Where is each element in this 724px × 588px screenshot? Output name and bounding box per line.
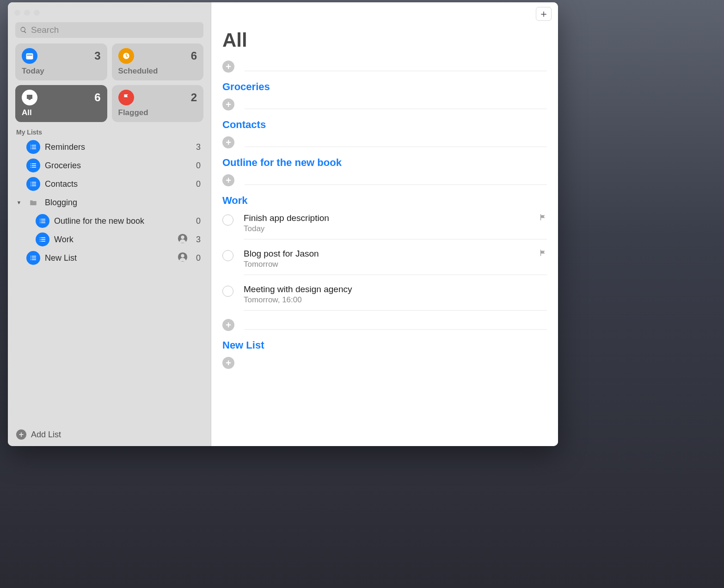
minimize-window-button[interactable]: [24, 10, 30, 16]
main-pane: ＋ All Groceries Contacts Outline for the…: [211, 2, 558, 446]
sidebar-item-label: Outline for the new book: [54, 216, 188, 226]
section-heading-contacts[interactable]: Contacts: [222, 113, 547, 133]
svg-rect-1: [27, 55, 32, 56]
smartlist-today[interactable]: 3 Today: [15, 43, 107, 80]
add-list-label: Add List: [31, 430, 61, 440]
add-reminder-icon[interactable]: [222, 61, 234, 73]
search-icon: [20, 26, 27, 34]
task-subtitle: Tomorrow, 16:00: [244, 295, 547, 305]
section-heading-groceries[interactable]: Groceries: [222, 75, 547, 95]
task-title: Finish app description: [244, 213, 539, 223]
sidebar-item-groceries[interactable]: Groceries 0: [8, 156, 203, 175]
add-list-button[interactable]: Add List: [8, 425, 211, 446]
smartlist-flagged-label: Flagged: [118, 108, 197, 117]
folder-icon: [26, 196, 40, 209]
new-reminder-button[interactable]: ＋: [536, 7, 552, 21]
smartlist-all-count: 6: [94, 91, 100, 104]
disclosure-triangle-icon[interactable]: ▼: [16, 200, 22, 205]
add-reminder-icon[interactable]: [222, 174, 234, 186]
list-icon: [36, 233, 49, 246]
sidebar-item-new-list[interactable]: New List 0: [8, 249, 203, 267]
task-row[interactable]: Finish app description Today: [222, 208, 547, 244]
reminders-window: 3 Today 6 Scheduled 6: [8, 2, 558, 446]
task-row[interactable]: Meeting with design agency Tomorrow, 16:…: [222, 280, 547, 315]
task-subtitle: Today: [244, 224, 539, 233]
smartlist-scheduled-count: 6: [191, 49, 197, 62]
task-title: Meeting with design agency: [244, 284, 547, 294]
sidebar-item-label: Blogging: [45, 198, 188, 208]
shared-person-icon: [178, 252, 188, 264]
sidebar-item-count: 0: [192, 179, 203, 189]
calendar-icon: [22, 48, 37, 64]
sidebar-item-label: New List: [45, 253, 173, 263]
task-row[interactable]: Blog post for Jason Tomorrow: [222, 244, 547, 280]
task-title: Blog post for Jason: [244, 249, 539, 259]
page-title: All: [211, 21, 558, 57]
inbox-icon: [22, 90, 37, 105]
add-reminder-icon[interactable]: [222, 136, 234, 148]
sidebar-item-label: Work: [54, 235, 173, 245]
smartlist-all-label: All: [22, 108, 101, 117]
add-reminder-icon[interactable]: [222, 319, 234, 331]
task-checkbox[interactable]: [222, 286, 233, 297]
smartlist-scheduled-label: Scheduled: [118, 67, 197, 76]
sidebar-item-count: 0: [192, 253, 203, 263]
flag-icon: [118, 90, 134, 105]
sidebar-folder-blogging[interactable]: ▼ Blogging: [8, 193, 203, 212]
sidebar-item-count: 0: [192, 216, 203, 226]
flag-icon: [539, 213, 547, 223]
search-field[interactable]: [15, 22, 203, 38]
smartlist-flagged[interactable]: 2 Flagged: [112, 85, 204, 122]
window-controls: [8, 2, 211, 19]
svg-rect-0: [26, 53, 33, 59]
plus-circle-icon: [16, 429, 26, 440]
sidebar-lists: Reminders 3 Groceries 0 Contacts 0 ▼ Blo…: [8, 138, 211, 425]
zoom-window-button[interactable]: [34, 10, 40, 16]
task-checkbox[interactable]: [222, 250, 233, 261]
svg-point-4: [181, 235, 184, 239]
shared-person-icon: [178, 233, 188, 246]
section-heading-new-list[interactable]: New List: [222, 334, 547, 353]
section-heading-outline[interactable]: Outline for the new book: [222, 151, 547, 171]
list-icon: [26, 251, 40, 265]
sidebar-item-contacts[interactable]: Contacts 0: [8, 175, 203, 193]
sidebar-item-count: 3: [192, 235, 203, 245]
smartlist-scheduled[interactable]: 6 Scheduled: [112, 43, 204, 80]
list-icon: [26, 159, 40, 172]
add-reminder-icon[interactable]: [222, 357, 234, 369]
task-subtitle: Tomorrow: [244, 260, 539, 269]
list-icon: [36, 214, 49, 228]
add-reminder-icon[interactable]: [222, 98, 234, 110]
task-checkbox[interactable]: [222, 214, 233, 226]
smartlist-flagged-count: 2: [191, 91, 197, 104]
list-icon: [26, 177, 40, 191]
sidebar-item-outline[interactable]: Outline for the new book 0: [8, 212, 203, 230]
svg-point-6: [181, 254, 184, 257]
close-window-button[interactable]: [14, 10, 20, 16]
my-lists-header: My Lists: [8, 128, 211, 138]
sidebar-item-label: Contacts: [45, 179, 188, 189]
smartlist-all[interactable]: 6 All: [15, 85, 107, 122]
sidebar-item-count: 3: [192, 142, 203, 152]
sidebar-item-work[interactable]: Work 3: [8, 230, 203, 249]
clock-icon: [118, 48, 134, 64]
section-heading-work[interactable]: Work: [222, 189, 547, 208]
search-input[interactable]: [31, 25, 199, 35]
sidebar-item-label: Groceries: [45, 161, 188, 171]
smartlist-today-count: 3: [94, 49, 100, 62]
sidebar-item-reminders[interactable]: Reminders 3: [8, 138, 203, 156]
sidebar: 3 Today 6 Scheduled 6: [8, 2, 211, 446]
list-icon: [26, 140, 40, 154]
flag-icon: [539, 249, 547, 259]
sidebar-item-label: Reminders: [45, 142, 188, 152]
smartlist-today-label: Today: [22, 67, 101, 76]
sidebar-item-count: 0: [192, 161, 203, 171]
